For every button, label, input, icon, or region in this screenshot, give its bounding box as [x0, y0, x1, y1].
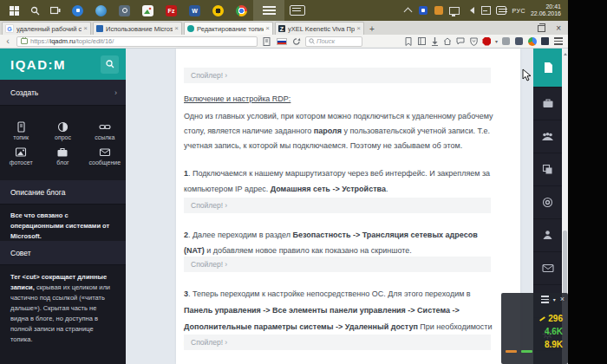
extension-box-icon[interactable] — [540, 36, 550, 46]
taskbar-app-scanner-icon[interactable] — [113, 0, 136, 21]
article-card: Спойлер! › Включение и настройка RDP: Од… — [176, 49, 520, 364]
toolbar-extensions: ▾ — [404, 36, 565, 46]
spoiler-toggle[interactable]: Спойлер! › — [184, 68, 491, 83]
extension-gray-icon[interactable] — [501, 36, 511, 46]
iqadm-favicon — [187, 25, 194, 32]
article-heading-link[interactable]: Включение и настройка RDP: — [184, 94, 498, 103]
tab-close-icon[interactable]: × — [265, 25, 270, 32]
taskbar-app-filezilla-icon[interactable]: Fz — [160, 0, 183, 21]
strip-target[interactable] — [533, 185, 562, 219]
restore-window-icon[interactable] — [538, 25, 545, 32]
extension-dark-icon[interactable] — [514, 36, 524, 46]
browser-tab-bar: G удаленный рабочий сто... × Использован… — [0, 21, 568, 35]
extension-globe-icon[interactable] — [527, 36, 537, 46]
create-blog-item[interactable]: блог — [42, 146, 83, 166]
task-view-icon[interactable] — [45, 0, 66, 21]
tray-network-icon[interactable] — [449, 5, 460, 16]
taskbar-app-chrome-icon[interactable] — [230, 0, 253, 21]
adblock-dropdown-icon[interactable]: ▾ — [495, 38, 498, 44]
site-search-button[interactable] — [101, 55, 119, 74]
download-icon[interactable] — [430, 36, 440, 46]
scroll-up-arrow-icon[interactable] — [564, 51, 567, 55]
tab-close-icon[interactable]: × — [356, 25, 361, 32]
bookmark-icon[interactable] — [404, 36, 414, 46]
close-window-icon[interactable]: × — [556, 24, 561, 33]
strip-layers[interactable] — [533, 153, 562, 186]
spoiler-toggle[interactable]: Спойлер! › — [184, 198, 491, 213]
strip-document-active[interactable] — [533, 49, 562, 88]
search-input[interactable]: Поиск — [305, 36, 362, 47]
target-icon — [542, 197, 553, 208]
create-photoset-item[interactable]: фотосет — [0, 146, 42, 166]
refresh-icon[interactable] — [290, 36, 302, 47]
adblock-icon[interactable] — [482, 36, 492, 46]
chat-icon[interactable] — [456, 36, 466, 46]
tray-chevron-up-icon[interactable] — [402, 5, 413, 16]
zyxel-favicon: Z — [278, 25, 285, 32]
tray-notification-icon[interactable] — [480, 5, 491, 16]
create-link-item[interactable]: ссылка — [84, 121, 126, 140]
library-icon[interactable] — [417, 36, 427, 46]
tray-blue-app-icon[interactable] — [418, 5, 428, 16]
user-icon — [542, 230, 553, 240]
envelope-icon — [542, 263, 554, 273]
tray-clock[interactable]: 20:41 22.06.2016 — [531, 3, 561, 17]
create-items-grid: топик опрос ссылка фотосет блог сообщени… — [0, 106, 126, 180]
address-bar[interactable]: https://iqadm.ru/topic/edit/16/ — [16, 36, 258, 47]
strip-user[interactable] — [533, 218, 562, 252]
spoiler-toggle[interactable]: Спойлер! › — [184, 335, 491, 350]
create-message-item[interactable]: сообщение — [84, 146, 126, 166]
pocket-shield-icon[interactable] — [469, 36, 479, 46]
tab-zyxel-keenetic[interactable]: Z yXEL Keenetic Viva Прав... × — [275, 22, 364, 35]
widget-menu-icon[interactable] — [541, 296, 549, 303]
strip-users[interactable] — [533, 120, 562, 153]
tab-close-icon[interactable]: × — [83, 25, 88, 32]
tip-text: Тег <cut> сокращает длинные записи, скры… — [0, 265, 126, 352]
forum-favicon — [96, 25, 103, 32]
new-tab-button[interactable]: + — [364, 24, 380, 35]
menu-hamburger-icon[interactable] — [553, 36, 563, 46]
taskbar-app-browser-icon[interactable] — [89, 0, 113, 21]
tray-keyboard-icon[interactable] — [496, 5, 506, 16]
document-icon — [543, 62, 553, 74]
taskbar-app-word-icon[interactable]: W — [183, 0, 206, 21]
russian-flag-icon[interactable] — [276, 36, 287, 47]
back-button[interactable]: ‹ — [3, 36, 13, 46]
iqadm-logo[interactable]: IQAD:M — [10, 57, 66, 72]
widget-collapse-icon[interactable]: ▾ — [553, 296, 556, 302]
strip-envelope[interactable] — [533, 251, 562, 285]
sidebar-create-menu[interactable]: Создать › — [0, 80, 126, 106]
chevron-right-icon: › — [114, 88, 117, 97]
taskbar-active-window[interactable] — [253, 0, 284, 21]
tab-microsoft-usage[interactable]: Использование Microsof... × — [93, 22, 182, 35]
language-indicator[interactable]: РУС — [512, 8, 525, 14]
tray-volume-icon[interactable] — [465, 5, 475, 16]
taskbar-search-icon[interactable] — [24, 0, 45, 21]
window-controls: × — [538, 24, 568, 35]
article-intro: Одно из главных условий, при котором мож… — [184, 109, 498, 153]
widget-close-icon[interactable]: × — [560, 296, 565, 303]
spoiler-toggle[interactable]: Спойлер! › — [184, 257, 491, 272]
windows-taskbar: Fz W РУС 20:41 22.06.2016 — [0, 0, 568, 21]
home-icon[interactable] — [443, 36, 453, 46]
taskbar-app-daemon-icon[interactable] — [206, 0, 230, 21]
monitor-overlay-widget: ▾ × 296 4.6K 8.9K — [501, 293, 568, 364]
create-topic-item[interactable]: топик — [0, 121, 42, 140]
tab-title: удаленный рабочий сто... — [16, 25, 82, 33]
taskbar-app-lock-icon[interactable] — [66, 0, 89, 21]
tray-orange-app-icon[interactable] — [434, 5, 444, 16]
reader-mode-icon[interactable] — [261, 36, 272, 47]
scrollbar-thumb[interactable] — [563, 231, 567, 302]
create-poll-item[interactable]: опрос — [42, 121, 83, 140]
envelope-icon — [99, 146, 111, 158]
tab-remote-desktop[interactable]: G удаленный рабочий сто... × — [2, 22, 91, 35]
start-button-icon[interactable] — [3, 0, 24, 21]
strip-briefcase[interactable] — [533, 87, 562, 120]
tab-close-icon[interactable]: × — [174, 25, 179, 32]
widget-controls: ▾ × — [541, 296, 565, 303]
tip-header: Совет — [0, 241, 126, 265]
taskbar-app-photo-icon[interactable] — [136, 0, 160, 21]
tab-topic-edit-active[interactable]: Редактирование топика /... × — [184, 22, 273, 35]
tool-icon — [539, 316, 545, 322]
taskbar-keyboard-icon[interactable] — [284, 0, 310, 21]
